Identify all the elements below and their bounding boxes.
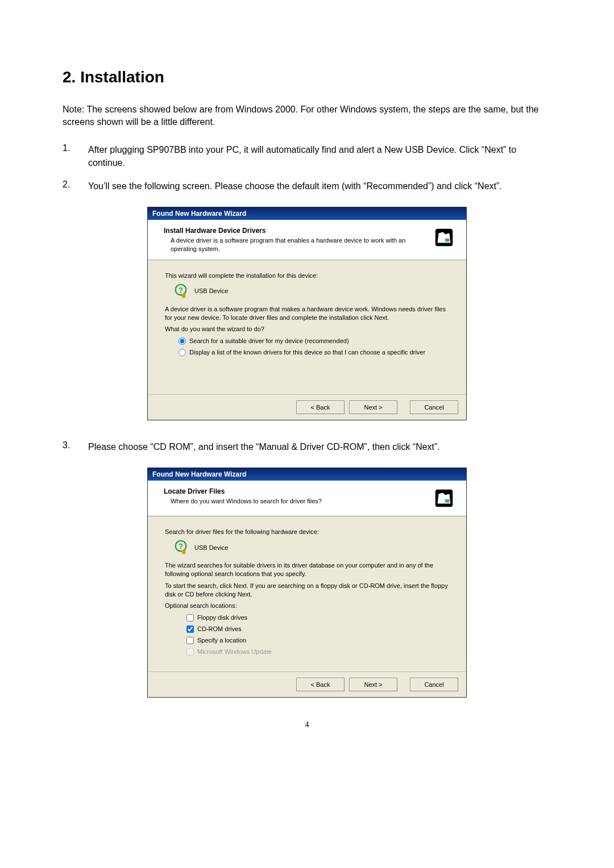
- checkbox-row-windows-update: Microsoft Windows Update: [186, 648, 449, 656]
- radio-label: Display a list of the known drivers for …: [189, 348, 449, 357]
- content-description-2: To start the search, click Next. If you …: [165, 582, 449, 599]
- dialog-header: Locate Driver Files Where do you want Wi…: [148, 481, 466, 516]
- checkbox-row-specify[interactable]: Specify a location: [186, 636, 449, 645]
- step-text: Please choose “CD ROM”, and insert the “…: [88, 440, 440, 453]
- usb-device-icon: ?: [173, 283, 189, 299]
- hardware-wizard-icon: [433, 487, 455, 509]
- checkbox-label-disabled: Microsoft Windows Update: [197, 648, 449, 656]
- dialog-content: Search for driver files for the followin…: [148, 516, 466, 671]
- dialog-titlebar: Found New Hardware Wizard: [148, 207, 466, 220]
- content-description: A device driver is a software program th…: [165, 305, 449, 322]
- next-button[interactable]: Next >: [349, 678, 397, 691]
- svg-rect-9: [182, 550, 186, 554]
- dialog-titlebar: Found New Hardware Wizard: [148, 468, 466, 481]
- step-text: You’ll see the following screen. Please …: [88, 180, 502, 193]
- dialog-header-title: Locate Driver Files: [164, 487, 428, 495]
- dialog-button-row: < Back Next > Cancel: [148, 394, 466, 420]
- dialog-header-subtitle: Where do you want Windows to search for …: [171, 497, 428, 505]
- device-name-label: USB Device: [194, 544, 228, 552]
- dialog-header-subtitle: A device driver is a software program th…: [171, 236, 428, 253]
- dialog-content: This wizard will complete the installati…: [148, 260, 466, 394]
- svg-rect-6: [445, 499, 450, 503]
- cancel-button[interactable]: Cancel: [410, 400, 458, 414]
- checkbox-floppy-drives[interactable]: [186, 614, 194, 621]
- back-button[interactable]: < Back: [296, 400, 345, 414]
- optional-locations-label: Optional search locations:: [165, 602, 449, 610]
- wizard-dialog-install-drivers: Found New Hardware Wizard Install Hardwa…: [147, 207, 467, 420]
- radio-option-search[interactable]: Search for a suitable driver for my devi…: [179, 337, 449, 345]
- step-text: After plugging SP907BB into your PC, it …: [88, 143, 551, 169]
- usb-device-icon: ?: [173, 540, 189, 556]
- content-intro: This wizard will complete the installati…: [165, 272, 449, 280]
- intro-note: Note: The screens showed below are from …: [63, 103, 551, 129]
- dialog-header: Install Hardware Device Drivers A device…: [148, 220, 466, 260]
- svg-text:?: ?: [179, 286, 183, 294]
- content-description-1: The wizard searches for suitable drivers…: [165, 561, 449, 578]
- dialog-button-row: < Back Next > Cancel: [148, 671, 466, 697]
- content-intro: Search for driver files for the followin…: [165, 528, 449, 536]
- device-name-label: USB Device: [194, 287, 228, 295]
- checkbox-row-floppy[interactable]: Floppy disk drives: [186, 614, 449, 622]
- step-number: 1.: [63, 143, 88, 169]
- radio-display-list[interactable]: [179, 349, 186, 356]
- checkbox-specify-location[interactable]: [186, 637, 194, 644]
- page-number: 4: [63, 720, 551, 729]
- step-item: 2. You’ll see the following screen. Plea…: [63, 180, 551, 193]
- checkbox-label: Floppy disk drives: [197, 614, 449, 622]
- cancel-button[interactable]: Cancel: [410, 678, 458, 691]
- content-question: What do you want the wizard to do?: [165, 325, 449, 333]
- svg-rect-4: [182, 294, 186, 298]
- step-number: 3.: [63, 440, 88, 453]
- dialog-header-title: Install Hardware Device Drivers: [164, 227, 428, 235]
- hardware-wizard-icon: [433, 227, 455, 248]
- wizard-dialog-locate-files: Found New Hardware Wizard Locate Driver …: [147, 468, 467, 697]
- radio-label: Search for a suitable driver for my devi…: [189, 337, 449, 345]
- step-item: 3. Please choose “CD ROM”, and insert th…: [63, 440, 551, 453]
- checkbox-cdrom-drives[interactable]: [186, 625, 194, 633]
- checkbox-row-cdrom[interactable]: CD-ROM drives: [186, 625, 449, 633]
- section-heading: 2. Installation: [63, 68, 551, 86]
- checkbox-windows-update: [186, 648, 194, 656]
- radio-search-recommended[interactable]: [179, 337, 186, 345]
- radio-option-display-list[interactable]: Display a list of the known drivers for …: [179, 348, 449, 357]
- checkbox-label: Specify a location: [197, 636, 449, 645]
- checkbox-label: CD-ROM drives: [197, 625, 449, 633]
- next-button[interactable]: Next >: [349, 400, 397, 414]
- back-button[interactable]: < Back: [296, 678, 345, 691]
- svg-rect-1: [445, 239, 450, 242]
- step-item: 1. After plugging SP907BB into your PC, …: [63, 143, 551, 169]
- svg-text:?: ?: [179, 542, 183, 550]
- step-number: 2.: [63, 180, 88, 193]
